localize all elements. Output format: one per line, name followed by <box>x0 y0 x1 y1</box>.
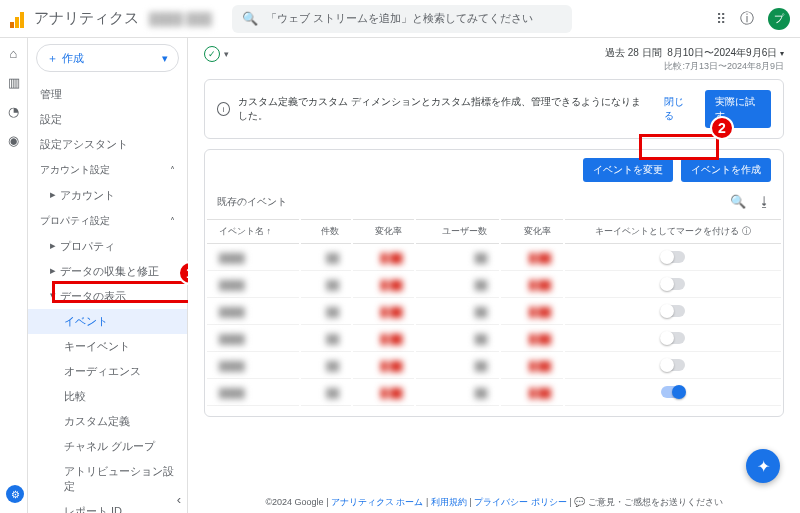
col-name[interactable]: イベント名 ↑ <box>207 219 299 244</box>
table-row[interactable]: ████ ██ █ ██ ██ █ ██ <box>207 273 781 298</box>
key-event-toggle[interactable] <box>661 359 685 371</box>
check-circle-icon[interactable]: ✓ <box>204 46 220 62</box>
sparkle-fab-button[interactable]: ✦ <box>746 449 780 483</box>
explore-icon[interactable]: ◔ <box>8 104 19 119</box>
sidebar-compare[interactable]: 比較 <box>28 384 187 409</box>
footer-privacy-link[interactable]: プライバシー ポリシー <box>474 497 567 507</box>
icon-rail: ⌂ ▥ ◔ ◉ <box>0 38 28 513</box>
sidebar-assistant[interactable]: 設定アシスタント <box>28 132 187 157</box>
date-range-picker[interactable]: 過去 28 日間 8月10日〜2024年9月6日 ▾ 比較:7月13日〜2024… <box>605 46 784 73</box>
footer-home-link[interactable]: アナリティクス ホーム <box>331 497 424 507</box>
key-event-toggle[interactable] <box>661 278 685 290</box>
sidebar-data-display[interactable]: ▾データの表示 <box>28 284 187 309</box>
home-icon[interactable]: ⌂ <box>10 46 18 61</box>
table-row[interactable]: ████ ██ █ ██ ██ █ ██ <box>207 246 781 271</box>
sidebar-property[interactable]: ▸プロパティ <box>28 234 187 259</box>
reports-icon[interactable]: ▥ <box>8 75 20 90</box>
chevron-up-icon: ˄ <box>170 165 175 176</box>
search-placeholder: 「ウェブ ストリームを追加」と検索してみてください <box>266 11 533 26</box>
content-area: ✓▾ 過去 28 日間 8月10日〜2024年9月6日 ▾ 比較:7月13日〜2… <box>188 38 800 513</box>
info-banner: i カスタム定義でカスタム ディメンションとカスタム指標を作成、管理できるように… <box>204 79 784 139</box>
col-count: 件数 <box>301 219 352 244</box>
table-row[interactable]: ████ ██ █ ██ ██ █ ██ <box>207 354 781 379</box>
col-change1: 変化率 <box>353 219 414 244</box>
create-button[interactable]: ＋ 作成 ▾ <box>36 44 179 72</box>
sidebar-data-collect[interactable]: ▸データの収集と修正 <box>28 259 187 284</box>
events-table: イベント名 ↑ 件数 変化率 ユーザー数 変化率 キーイベントとしてマークを付け… <box>205 217 783 408</box>
plus-icon: ＋ <box>47 51 58 66</box>
admin-gear-icon[interactable]: ⚙ <box>6 485 24 503</box>
key-event-toggle[interactable] <box>661 386 685 398</box>
sidebar-key-events[interactable]: キーイベント <box>28 334 187 359</box>
account-settings-head[interactable]: アカウント設定˄ <box>28 157 187 183</box>
footer: ©2024 Google | アナリティクス ホーム | 利用規約 | プライバ… <box>188 496 800 509</box>
download-icon[interactable]: ⭳ <box>758 194 771 209</box>
analytics-logo-icon <box>10 10 28 28</box>
table-row[interactable]: ████ ██ █ ██ ██ █ ██ <box>207 381 781 406</box>
chevron-up-icon: ˄ <box>170 216 175 227</box>
chevron-down-icon: ▾ <box>162 52 168 65</box>
key-event-toggle[interactable] <box>661 251 685 263</box>
col-users: ユーザー数 <box>416 219 499 244</box>
sidebar-channel[interactable]: チャネル グループ <box>28 434 187 459</box>
col-change2: 変化率 <box>501 219 562 244</box>
search-events-icon[interactable]: 🔍 <box>730 194 746 209</box>
sidebar-attribution[interactable]: アトリビューション設定 <box>28 459 187 499</box>
apps-icon[interactable]: ⠿ <box>716 11 726 27</box>
top-bar: アナリティクス ████ ███ 🔍 「ウェブ ストリームを追加」と検索してみて… <box>0 0 800 38</box>
sidebar-settings[interactable]: 設定 <box>28 107 187 132</box>
help-icon[interactable]: ⓘ <box>740 10 754 28</box>
annotation-badge-2: 2 <box>710 116 734 140</box>
key-event-toggle[interactable] <box>661 332 685 344</box>
property-settings-head[interactable]: プロパティ設定˄ <box>28 208 187 234</box>
avatar[interactable]: プ <box>768 8 790 30</box>
col-mark: キーイベントとしてマークを付ける ⓘ <box>565 219 781 244</box>
events-card: イベントを変更 イベントを作成 既存のイベント 🔍 ⭳ イベント名 ↑ 件数 変… <box>204 149 784 417</box>
sidebar: ＋ 作成 ▾ 管理 設定 設定アシスタント アカウント設定˄ ▸アカウント プロ… <box>28 38 188 513</box>
caret-icon: ▸ <box>50 188 56 203</box>
search-input[interactable]: 🔍 「ウェブ ストリームを追加」と検索してみてください <box>232 5 572 33</box>
collapse-sidebar-icon[interactable]: ‹ <box>177 492 181 507</box>
banner-close-button[interactable]: 閉じる <box>656 91 700 127</box>
help-tooltip-icon: ⓘ <box>742 226 751 236</box>
sidebar-admin[interactable]: 管理 <box>28 82 187 107</box>
table-row[interactable]: ████ ██ █ ██ ██ █ ██ <box>207 327 781 352</box>
sidebar-account[interactable]: ▸アカウント <box>28 183 187 208</box>
feedback-icon: 💬 <box>574 497 585 507</box>
create-event-button[interactable]: イベントを作成 <box>681 158 771 182</box>
property-name-blurred[interactable]: ████ ███ <box>149 12 212 26</box>
key-event-toggle[interactable] <box>661 305 685 317</box>
search-icon: 🔍 <box>242 11 258 26</box>
section-title: 既存のイベント <box>217 195 287 209</box>
info-icon: i <box>217 102 230 116</box>
app-title: アナリティクス <box>34 9 139 28</box>
advertising-icon[interactable]: ◉ <box>8 133 19 148</box>
modify-event-button[interactable]: イベントを変更 <box>583 158 673 182</box>
sidebar-report-id[interactable]: レポート ID <box>28 499 187 513</box>
table-row[interactable]: ████ ██ █ ██ ██ █ ██ <box>207 300 781 325</box>
sidebar-events[interactable]: イベント <box>28 309 187 334</box>
sidebar-custom-def[interactable]: カスタム定義 <box>28 409 187 434</box>
sidebar-audiences[interactable]: オーディエンス <box>28 359 187 384</box>
footer-terms-link[interactable]: 利用規約 <box>431 497 467 507</box>
banner-text: カスタム定義でカスタム ディメンションとカスタム指標を作成、管理できるようになり… <box>238 95 647 123</box>
